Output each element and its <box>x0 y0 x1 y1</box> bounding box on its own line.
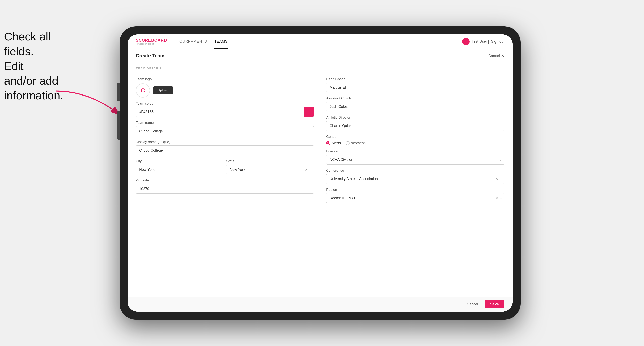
head-coach-field: Head Coach <box>326 77 504 92</box>
cancel-label: Cancel <box>488 54 500 58</box>
form-left-column: Team logo C Upload Team colour <box>136 77 314 207</box>
user-name: Test User | <box>472 39 489 44</box>
tablet-screen: SCOREBOARD Powered by clippit TOURNAMENT… <box>128 34 512 312</box>
tablet-side-button2 <box>117 111 120 140</box>
cancel-top-button[interactable]: Cancel ✕ <box>488 53 504 58</box>
form-right-column: Head Coach Assistant Coach Athletic Dire… <box>326 77 504 207</box>
city-input[interactable] <box>136 165 224 174</box>
assistant-coach-field: Assistant Coach <box>326 96 504 112</box>
gender-womens-radio[interactable] <box>346 141 350 145</box>
team-logo-field: Team logo C Upload <box>136 77 314 98</box>
cancel-button[interactable]: Cancel <box>464 301 481 308</box>
annotation-line2: Edit and/or add <box>4 60 58 87</box>
color-input-wrap <box>136 107 314 117</box>
division-select[interactable]: NCAA Division III <box>326 155 504 165</box>
page-header: Create Team Cancel ✕ <box>128 49 512 63</box>
nav-tab-tournaments[interactable]: TOURNAMENTS <box>177 34 207 49</box>
athletic-director-label: Athletic Director <box>326 116 504 120</box>
display-name-input[interactable] <box>136 146 314 155</box>
gender-label: Gender <box>326 135 504 139</box>
team-colour-label: Team colour <box>136 102 314 106</box>
conference-select-wrap: University Athletic Association ✕ ⌄ <box>326 174 504 184</box>
nav-user: Test User | Sign out <box>462 38 504 45</box>
region-select-wrap: Region II - (M) DIII ✕ ⌄ <box>326 193 504 203</box>
gender-mens-option[interactable]: Mens <box>326 141 341 145</box>
gender-womens-label: Womens <box>351 141 366 145</box>
athletic-director-field: Athletic Director <box>326 116 504 131</box>
form-body: Team logo C Upload Team colour <box>128 72 512 297</box>
navbar: SCOREBOARD Powered by clippit TOURNAMENT… <box>128 34 512 49</box>
city-state-field: City State New York ✕ <box>136 159 314 174</box>
conference-select[interactable]: University Athletic Association <box>326 174 504 184</box>
sign-out-link[interactable]: Sign out <box>491 39 504 44</box>
team-logo-label: Team logo <box>136 77 314 81</box>
nav-tabs: TOURNAMENTS TEAMS <box>177 34 228 49</box>
zip-label: Zip code <box>136 178 314 182</box>
color-swatch <box>304 107 314 117</box>
save-button[interactable]: Save <box>484 300 504 308</box>
athletic-director-input[interactable] <box>326 121 504 131</box>
conference-label: Conference <box>326 169 504 173</box>
page-body: Create Team Cancel ✕ TEAM DETAILS Team l… <box>128 49 512 312</box>
division-label: Division <box>326 149 504 153</box>
display-name-field: Display name (unique) <box>136 140 314 155</box>
state-clear-icon[interactable]: ✕ <box>305 168 308 172</box>
state-label: State <box>226 159 314 163</box>
state-select-wrap: New York ✕ ⌄ <box>226 165 314 174</box>
city-label: City <box>136 159 224 163</box>
gender-womens-option[interactable]: Womens <box>346 141 366 145</box>
logo-area: C Upload <box>136 83 314 98</box>
close-icon: ✕ <box>501 53 504 58</box>
team-name-input[interactable] <box>136 126 314 136</box>
region-select[interactable]: Region II - (M) DIII <box>326 193 504 203</box>
assistant-coach-label: Assistant Coach <box>326 96 504 100</box>
team-name-label: Team name <box>136 121 314 125</box>
arrow-left-icon <box>54 89 122 121</box>
conference-clear-icon[interactable]: ✕ <box>495 177 498 181</box>
logo-circle: C <box>136 83 150 98</box>
head-coach-label: Head Coach <box>326 77 504 81</box>
city-state-row: City State New York ✕ <box>136 159 314 174</box>
gender-mens-radio[interactable] <box>326 141 330 145</box>
division-select-wrap: NCAA Division III ⌄ <box>326 155 504 165</box>
form-grid: Team logo C Upload Team colour <box>136 77 504 207</box>
team-colour-input[interactable] <box>136 107 304 117</box>
team-colour-field: Team colour <box>136 102 314 117</box>
gender-field: Gender Mens Womens <box>326 135 504 145</box>
state-select[interactable]: New York <box>226 165 314 174</box>
nav-logo: SCOREBOARD Powered by clippit <box>136 38 167 45</box>
head-coach-input[interactable] <box>326 83 504 92</box>
powered-by: Powered by clippit <box>136 42 167 45</box>
region-clear-icon[interactable]: ✕ <box>495 196 498 200</box>
tablet-frame: SCOREBOARD Powered by clippit TOURNAMENT… <box>120 26 521 320</box>
section-label: TEAM DETAILS <box>128 63 512 72</box>
display-name-label: Display name (unique) <box>136 140 314 144</box>
division-field: Division NCAA Division III ⌄ <box>326 149 504 165</box>
annotation-line1: Check all fields. <box>4 30 51 58</box>
annotation-left: Check all fields. Edit and/or add inform… <box>4 29 59 103</box>
region-field: Region Region II - (M) DIII ✕ ⌄ <box>326 188 504 203</box>
region-label: Region <box>326 188 504 192</box>
upload-button[interactable]: Upload <box>153 86 173 95</box>
team-name-field: Team name <box>136 121 314 136</box>
zip-code-field: Zip code <box>136 178 314 194</box>
avatar <box>462 38 470 45</box>
tablet-side-button <box>117 83 120 101</box>
state-group: State New York ✕ ⌄ <box>226 159 314 174</box>
conference-field: Conference University Athletic Associati… <box>326 169 504 184</box>
city-group: City <box>136 159 224 174</box>
page-title: Create Team <box>136 53 164 59</box>
zip-input[interactable] <box>136 184 314 194</box>
gender-radio-group: Mens Womens <box>326 141 504 145</box>
gender-mens-label: Mens <box>332 141 341 145</box>
brand-name: SCOREBOARD <box>136 38 167 42</box>
nav-tab-teams[interactable]: TEAMS <box>214 34 228 49</box>
form-footer: Cancel Save <box>128 297 512 312</box>
assistant-coach-input[interactable] <box>326 102 504 112</box>
